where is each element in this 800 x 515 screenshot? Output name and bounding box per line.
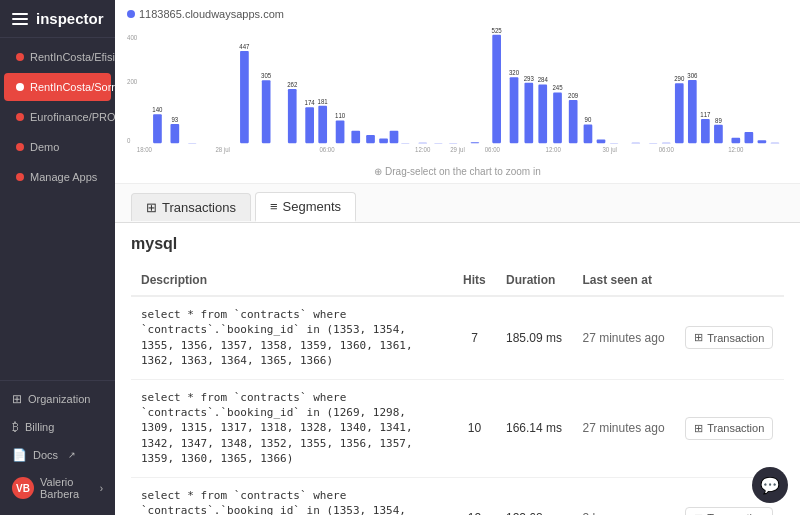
tabs-bar: ⊞Transactions≡Segments: [115, 184, 800, 223]
svg-text:117: 117: [700, 110, 710, 118]
transaction-button[interactable]: ⊞Transaction: [685, 417, 773, 440]
docs-icon: 📄: [12, 448, 27, 462]
duration-cell: 122.68 ms: [496, 477, 573, 515]
svg-text:29 jul: 29 jul: [450, 145, 465, 154]
section-title: mysql: [131, 235, 784, 253]
svg-rect-49: [701, 119, 710, 143]
chart-container[interactable]: 1409344730526217418111052532029328424520…: [127, 24, 788, 164]
chat-bubble[interactable]: 💬: [752, 467, 788, 503]
table-row: select * from `contracts` where `contrac…: [131, 477, 784, 515]
svg-rect-5: [240, 51, 249, 143]
content-area[interactable]: mysql DescriptionHitsDurationLast seen a…: [115, 223, 800, 515]
tab-transactions[interactable]: ⊞Transactions: [131, 193, 251, 221]
svg-rect-38: [584, 125, 593, 144]
svg-text:245: 245: [552, 84, 562, 92]
svg-text:06:00: 06:00: [319, 145, 334, 153]
col-header-hits: Hits: [453, 265, 496, 296]
hamburger-icon[interactable]: [12, 13, 28, 25]
svg-text:320: 320: [509, 68, 519, 76]
action-cell: ⊞Transaction: [675, 379, 784, 477]
billing-icon: ₿: [12, 420, 19, 434]
svg-rect-32: [538, 85, 547, 144]
nav-dot-icon: [16, 173, 24, 181]
svg-rect-18: [366, 135, 375, 143]
col-header-last-seen-at: Last seen at: [573, 265, 676, 296]
tab-segments[interactable]: ≡Segments: [255, 192, 356, 222]
app-title: inspector: [36, 10, 104, 27]
avatar: VB: [12, 477, 34, 499]
segments-tab-icon: ≡: [270, 199, 278, 214]
nav-dot-icon: [16, 53, 24, 61]
svg-rect-53: [731, 138, 740, 143]
chart-svg: 1409344730526217418111052532029328424520…: [127, 24, 788, 154]
sidebar-nav: RentInCosta/EfisioRentInCosta/Sorr...Eur…: [0, 38, 115, 380]
svg-rect-26: [492, 35, 501, 143]
description-cell: select * from `contracts` where `contrac…: [131, 379, 453, 477]
transaction-button[interactable]: ⊞Transaction: [685, 507, 773, 515]
nav-label: Manage Apps: [30, 171, 97, 183]
sidebar-bottom-billing[interactable]: ₿Billing: [0, 413, 115, 441]
bottom-nav-label: Organization: [28, 393, 90, 405]
svg-rect-25: [471, 142, 480, 143]
hits-cell: 7: [453, 296, 496, 379]
svg-text:90: 90: [585, 116, 592, 124]
svg-rect-15: [336, 120, 345, 143]
svg-rect-9: [288, 89, 297, 143]
nav-label: Demo: [30, 141, 59, 153]
svg-text:200: 200: [127, 77, 137, 85]
duration-cell: 185.09 ms: [496, 296, 573, 379]
external-link-icon: ↗: [68, 450, 76, 460]
svg-rect-36: [569, 100, 578, 143]
svg-text:447: 447: [239, 42, 249, 50]
chat-icon: 💬: [760, 476, 780, 495]
sidebar-item-demo[interactable]: Demo: [4, 133, 111, 161]
chevron-right-icon: ›: [100, 483, 103, 494]
svg-text:12:00: 12:00: [415, 145, 430, 153]
sidebar: inspector RentInCosta/EfisioRentInCosta/…: [0, 0, 115, 515]
description-cell: select * from `contracts` where `contrac…: [131, 477, 453, 515]
svg-text:18:00: 18:00: [137, 145, 152, 153]
chart-url: 1183865.cloudwaysapps.com: [127, 8, 788, 20]
svg-text:0: 0: [127, 137, 131, 145]
nav-dot-icon: [16, 143, 24, 151]
sidebar-item-eurofinance-prod[interactable]: Eurofinance/PROD: [4, 103, 111, 131]
svg-text:293: 293: [524, 74, 534, 82]
svg-text:209: 209: [568, 91, 578, 99]
svg-text:06:00: 06:00: [485, 145, 500, 153]
svg-text:400: 400: [127, 34, 137, 42]
sidebar-item-manage-apps[interactable]: Manage Apps: [4, 163, 111, 191]
svg-text:284: 284: [538, 76, 548, 84]
sidebar-user[interactable]: VB Valerio Barbera ›: [0, 469, 115, 507]
svg-text:140: 140: [152, 105, 162, 113]
svg-text:262: 262: [287, 80, 297, 88]
sidebar-item-rentincosta-sorr[interactable]: RentInCosta/Sorr...: [4, 73, 111, 101]
user-name: Valerio Barbera: [40, 476, 94, 500]
bottom-nav-label: Billing: [25, 421, 54, 433]
svg-rect-55: [758, 140, 767, 143]
nav-label: RentInCosta/Sorr...: [30, 81, 115, 93]
last-seen-cell: 27 minutes ago: [573, 379, 676, 477]
tab-label: Transactions: [162, 200, 236, 215]
svg-text:290: 290: [674, 75, 684, 83]
transaction-icon: ⊞: [694, 331, 703, 344]
duration-cell: 166.14 ms: [496, 379, 573, 477]
svg-text:305: 305: [261, 71, 271, 79]
sidebar-bottom-organization[interactable]: ⊞Organization: [0, 385, 115, 413]
svg-text:110: 110: [335, 112, 345, 120]
svg-text:12:00: 12:00: [546, 145, 561, 153]
sidebar-bottom-docs[interactable]: 📄Docs↗: [0, 441, 115, 469]
action-cell: ⊞Transaction: [675, 296, 784, 379]
svg-rect-2: [170, 124, 179, 143]
svg-text:93: 93: [171, 115, 178, 123]
col-header-duration: Duration: [496, 265, 573, 296]
sidebar-item-rentincosta-efisio[interactable]: RentInCosta/Efisio: [4, 43, 111, 71]
transaction-icon: ⊞: [694, 422, 703, 435]
svg-text:174: 174: [305, 98, 315, 106]
svg-rect-54: [745, 132, 754, 143]
svg-text:12:00: 12:00: [728, 145, 743, 153]
chart-hint: ⊕ Drag-select on the chart to zoom in: [127, 164, 788, 179]
transaction-button[interactable]: ⊞Transaction: [685, 326, 773, 349]
last-seen-cell: 27 minutes ago: [573, 296, 676, 379]
nav-label: Eurofinance/PROD: [30, 111, 115, 123]
svg-rect-0: [153, 114, 162, 143]
